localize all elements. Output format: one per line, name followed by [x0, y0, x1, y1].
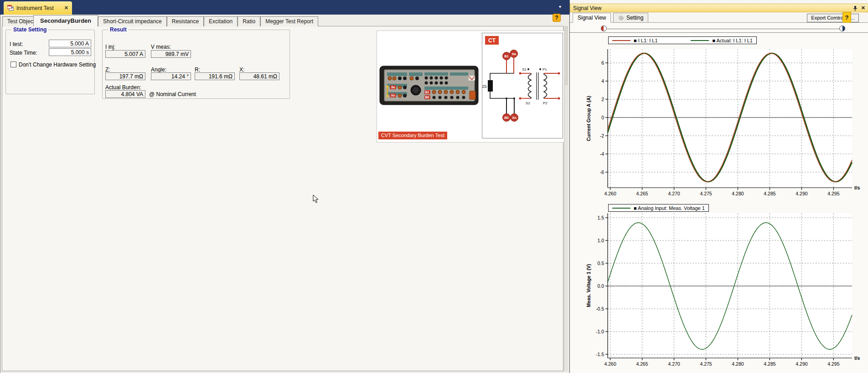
tab-megger-test-report[interactable]: Megger Test Report: [260, 16, 318, 26]
svg-text:Current Group A (A): Current Group A (A): [586, 96, 591, 141]
svg-text:4.290: 4.290: [796, 191, 807, 196]
svg-text:4.265: 4.265: [636, 191, 648, 196]
document-tab-close-icon[interactable]: ✕: [64, 5, 68, 11]
actual-burden-field[interactable]: 4.804 VA: [105, 90, 145, 98]
svg-text:4.270: 4.270: [668, 361, 680, 367]
document-tab-label: Instrument Test: [16, 5, 54, 11]
svg-text:-4: -4: [600, 151, 604, 157]
device-xn-label: Xn: [391, 94, 395, 97]
itest-field[interactable]: 5.000 A: [49, 40, 91, 47]
terminal-xa: Xa: [512, 52, 516, 56]
current-waveform-chart[interactable]: 4.2604.2654.2704.2754.2804.2854.2904.295…: [584, 35, 868, 201]
tab-short-circuit-impedance[interactable]: Short-Circuit impedance: [98, 16, 167, 26]
signal-view-title: Signal View: [573, 5, 601, 11]
svg-text:4.265: 4.265: [636, 361, 648, 367]
signal-view-titlebar[interactable]: Signal View ✕: [570, 4, 868, 12]
p1-label: P1: [542, 67, 547, 72]
signal-view-panel: Signal View ✕ Signal View Setting Export…: [569, 0, 868, 373]
svg-text:-1.5: -1.5: [596, 352, 604, 357]
gear-icon: [618, 15, 624, 21]
z-label: Z:: [105, 66, 110, 73]
svg-text:Meas. Voltage 1 (V): Meas. Voltage 1 (V): [586, 264, 591, 307]
instrument-test-window: Test Object SecondaryBurden Short-Circui…: [0, 15, 568, 373]
terminal-b1: B1: [504, 54, 509, 58]
tab-setting-label: Setting: [626, 15, 643, 21]
svg-text:4.275: 4.275: [700, 361, 712, 367]
r-field[interactable]: 191.6 mΩ: [195, 72, 235, 80]
svg-text:4: 4: [601, 78, 604, 84]
iinj-label: I inj:: [105, 44, 115, 50]
angle-label: Angle:: [151, 66, 166, 73]
tab-excitation[interactable]: Excitation: [204, 16, 238, 26]
z-field[interactable]: 197.7 mΩ: [105, 72, 145, 80]
signal-view-tabbar: Signal View Setting Export Comtrade ... …: [570, 12, 868, 23]
vertical-scrollbar[interactable]: [564, 26, 568, 371]
help-icon[interactable]: ?: [553, 14, 561, 22]
tab-secondary-burden[interactable]: SecondaryBurden: [33, 15, 98, 26]
zb-label: Zb: [482, 84, 487, 89]
tab-resistance[interactable]: Resistance: [167, 16, 204, 26]
secondary-burden-page: State Setting I test: 5.000 A State Time…: [2, 26, 563, 371]
pin-icon[interactable]: [853, 5, 858, 11]
state-setting-group: State Setting I test: 5.000 A State Time…: [5, 30, 95, 94]
nominal-current-note: @ Nominal Current: [149, 91, 196, 97]
dont-change-hardware-label: Don't Change Hardware Setting: [19, 61, 96, 68]
ct-badge: CT: [488, 37, 496, 44]
time-range-slider[interactable]: [607, 29, 841, 29]
mouse-cursor: [313, 194, 319, 204]
range-handle-right[interactable]: [839, 26, 845, 31]
dont-change-hardware-checkbox[interactable]: [10, 61, 16, 67]
svg-text:4.260: 4.260: [604, 361, 616, 367]
x-field[interactable]: 48.61 mΩ: [239, 72, 279, 80]
range-handle-left[interactable]: [601, 26, 607, 31]
svg-text:1.0: 1.0: [597, 238, 604, 243]
svg-text:0: 0: [601, 115, 604, 120]
p2-label: P2: [543, 101, 548, 105]
svg-text:0.5: 0.5: [597, 261, 604, 266]
chart-area-divider: [570, 32, 868, 33]
svg-text:-6: -6: [600, 169, 604, 175]
help-icon-signal-view[interactable]: ?: [842, 12, 851, 23]
voltage-waveform-chart[interactable]: 4.2604.2654.2704.2754.2804.2854.2904.295…: [584, 202, 868, 373]
tab-setting[interactable]: Setting: [613, 13, 648, 23]
app-root: Instrument Test ✕ ▾ Test Object Secondar…: [0, 0, 868, 373]
svg-text:t/s: t/s: [854, 185, 860, 190]
tab-signal-view[interactable]: Signal View: [573, 13, 611, 23]
tab-list-dropdown-icon[interactable]: ▾: [559, 4, 561, 9]
test-picture-panel: Xa Xn B1 B0: [377, 31, 567, 143]
svg-text:4.285: 4.285: [764, 191, 775, 196]
scrollbar-thumb[interactable]: [565, 26, 568, 85]
tab-signal-view-label: Signal View: [578, 15, 606, 21]
svg-text:4.275: 4.275: [700, 191, 712, 196]
svg-text:t/s: t/s: [854, 355, 860, 361]
svg-text:-2: -2: [600, 133, 604, 138]
s2-label: S2: [526, 101, 530, 105]
iinj-field[interactable]: 5.007 A: [105, 50, 145, 58]
svg-text:0.0: 0.0: [597, 283, 604, 289]
svg-text:4.280: 4.280: [732, 191, 744, 196]
itest-label: I test:: [10, 41, 23, 47]
svg-text:4.285: 4.285: [764, 361, 775, 367]
window-icon: [7, 5, 14, 11]
svg-text:4.260: 4.260: [604, 191, 616, 196]
vmeas-field[interactable]: 989.7 mV: [151, 50, 191, 58]
vmeas-label: V meas:: [151, 44, 171, 50]
s1-label: S1: [522, 67, 527, 72]
actual-burden-label: Actual Burden:: [105, 84, 141, 91]
svg-text:-0.5: -0.5: [596, 306, 604, 312]
result-title: Result: [108, 26, 129, 33]
device-xa-label: Xa: [391, 86, 395, 89]
terminal-xn: Xn: [512, 116, 517, 120]
svg-text:4.295: 4.295: [827, 191, 839, 196]
ct-diagram: CT Zb B1 Xa: [482, 33, 563, 138]
signal-view-body: ■ I L1: I L1 ■ Actual: I L1: I L1 4.2604…: [570, 23, 868, 373]
document-tab-instrument-test[interactable]: Instrument Test ✕: [4, 1, 72, 15]
device-b1-label: B1: [425, 91, 429, 94]
angle-field[interactable]: 14.24 °: [151, 72, 191, 80]
tab-ratio[interactable]: Ratio: [238, 16, 260, 26]
svg-text:2: 2: [601, 97, 604, 102]
r-label: R:: [195, 66, 200, 73]
svg-text:4.290: 4.290: [796, 361, 807, 367]
close-icon[interactable]: ✕: [861, 5, 865, 11]
state-time-field[interactable]: 5.000 s: [49, 48, 91, 56]
